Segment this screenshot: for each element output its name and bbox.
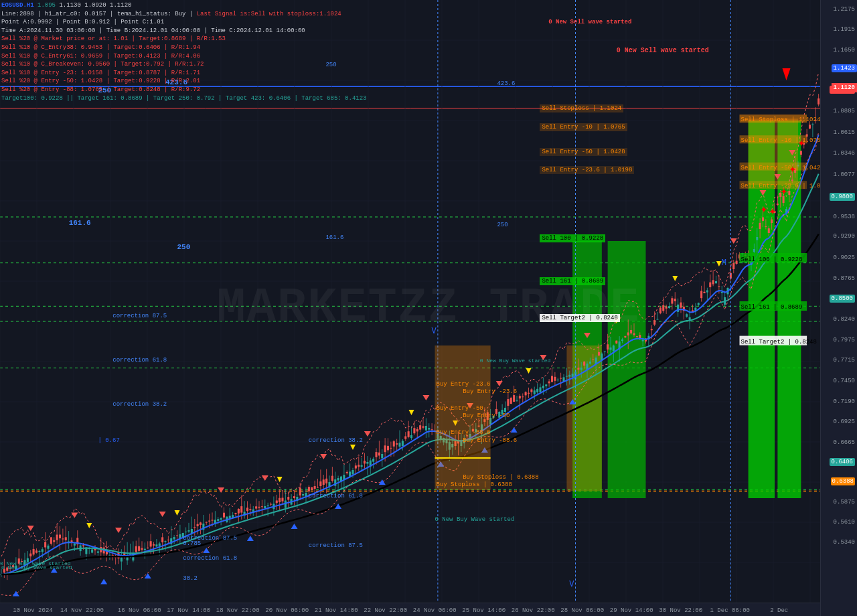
price-0797: 0.7975 (834, 337, 855, 343)
price-1061: 1.0615 (834, 129, 855, 136)
price-1142-highlight: 1.1423 (832, 64, 857, 72)
price-0876: 0.8765 (834, 275, 855, 282)
time-15: 1 Dec 06:00 (710, 607, 750, 614)
price-0902: 0.9025 (834, 254, 855, 261)
price-1165: 1.1650 (834, 47, 855, 54)
time-14: 30 Nov 22:00 (659, 607, 702, 614)
price-1007: 1.0077 (834, 171, 855, 178)
price-0534: 0.5340 (834, 539, 855, 546)
time-12: 28 Nov 06:00 (560, 607, 604, 614)
time-11: 26 Nov 22:00 (512, 607, 555, 614)
price-1191: 1.1915 (834, 26, 855, 33)
price-0638-orange: 0.6388 (831, 477, 855, 485)
price-0771: 0.7715 (834, 357, 855, 364)
price-0666: 0.6665 (834, 439, 855, 446)
price-0929: 0.9290 (834, 233, 855, 240)
time-6: 20 Nov 06:00 (265, 607, 309, 614)
time-5: 18 Nov 22:00 (216, 607, 260, 614)
time-axis: 10 Nov 2024 14 Nov 22:00 16 Nov 06:00 17… (0, 603, 820, 616)
time-10: 25 Nov 14:00 (462, 607, 505, 614)
current-price-badge: 1.1120 (832, 83, 857, 92)
chart-container: MARKETZZ TRADE EOSUSD.H1 1.095 1.1130 1.… (0, 0, 857, 616)
time-1: 10 Nov 2024 (13, 607, 52, 614)
price-1034: 1.0346 (834, 150, 855, 157)
price-0824: 0.8240 (834, 316, 855, 323)
price-0719: 0.7190 (834, 398, 855, 405)
price-1088: 1.0885 (834, 108, 855, 114)
time-9: 24 Nov 06:00 (413, 607, 457, 614)
price-0640-green: 0.6406 (830, 458, 855, 466)
time-7: 21 Nov 14:00 (315, 607, 358, 614)
time-2: 14 Nov 22:00 (60, 607, 104, 614)
time-8: 22 Nov 22:00 (364, 607, 407, 614)
price-1217: 1.2175 (834, 6, 855, 13)
price-0587: 0.5875 (834, 499, 855, 506)
price-0953: 0.9538 (834, 214, 855, 220)
price-0980-green: 0.9800 (830, 193, 855, 201)
time-4: 17 Nov 14:00 (167, 607, 210, 614)
time-16: 2 Dec (770, 607, 788, 614)
price-0850-green: 0.8500 (830, 295, 855, 303)
time-3: 16 Nov 06:00 (118, 607, 161, 614)
price-0745: 0.7450 (834, 378, 855, 384)
chart-canvas (0, 0, 857, 616)
price-0561: 0.5610 (834, 519, 855, 526)
price-axis: 1.2175 1.1915 1.1650 1.1423 1.1154 1.088… (820, 0, 857, 616)
time-13: 29 Nov 14:00 (610, 607, 653, 614)
price-0692: 0.6925 (834, 418, 855, 425)
